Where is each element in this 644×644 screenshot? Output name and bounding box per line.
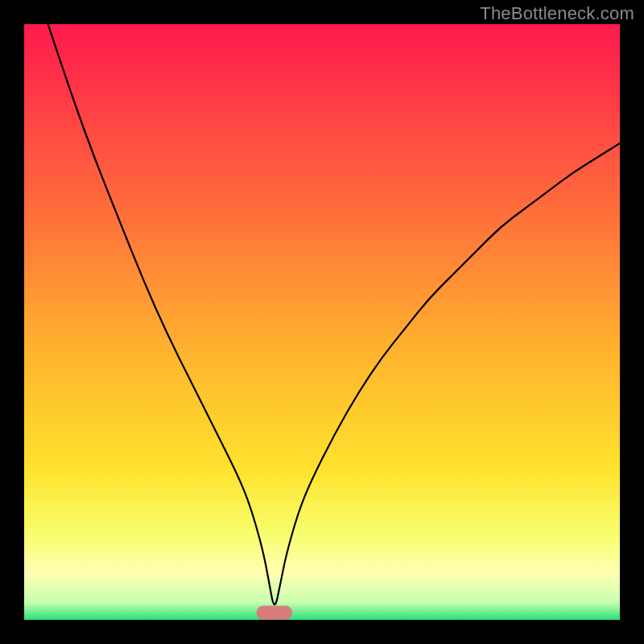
vertex-marker xyxy=(257,606,292,620)
chart-frame: TheBottleneck.com xyxy=(0,0,644,644)
watermark-text: TheBottleneck.com xyxy=(480,3,634,24)
gradient-background xyxy=(24,24,620,620)
plot-area xyxy=(24,24,620,620)
plot-svg xyxy=(24,24,620,620)
